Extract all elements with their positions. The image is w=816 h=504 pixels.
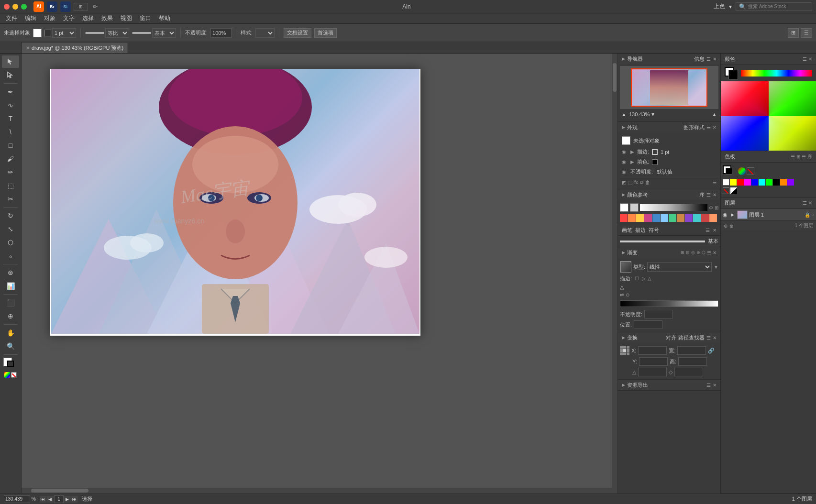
gradient-menu[interactable]: ☰: [707, 250, 711, 255]
swatch-spectrum-icon[interactable]: [738, 167, 746, 175]
cr-s7[interactable]: [669, 214, 676, 222]
bg-color-box[interactable]: [728, 70, 738, 79]
layer-visibility-icon[interactable]: ◉: [723, 212, 729, 218]
fill-arrow[interactable]: ▶: [630, 159, 635, 164]
ai-icon[interactable]: Ai: [33, 1, 44, 12]
minimize-button[interactable]: [12, 4, 18, 10]
layers-menu-icon[interactable]: ☰: [803, 200, 807, 206]
appearance-menu-icon[interactable]: ☰: [706, 125, 711, 130]
opacity-eye-icon[interactable]: ◉: [622, 169, 629, 175]
gradient-collapse[interactable]: ▶: [622, 250, 625, 255]
layer-name[interactable]: 图层 1: [749, 211, 803, 219]
reverse-icon[interactable]: ⇄: [620, 292, 624, 297]
appearance-panel-header[interactable]: ▶ 外观 图形样式 ☰ ✕: [618, 122, 720, 132]
swatches-menu[interactable]: ☰: [802, 154, 806, 159]
sw-white[interactable]: [723, 179, 729, 186]
new-layer-icon[interactable]: ⊕: [724, 223, 728, 229]
width-tool[interactable]: ⬦: [2, 250, 19, 262]
stroke-weight-select[interactable]: 1 pt: [52, 28, 76, 38]
fill-eye-icon[interactable]: ◉: [622, 159, 629, 164]
gradient-expand[interactable]: ▼: [714, 264, 718, 270]
cr-swatch-gray[interactable]: [630, 203, 639, 212]
color-spectrum-area[interactable]: [721, 81, 816, 151]
gradient-action-2[interactable]: ⊟: [686, 250, 690, 255]
cr-s9[interactable]: [685, 214, 693, 222]
cr-s10[interactable]: [693, 214, 701, 222]
sw-purple[interactable]: [787, 179, 794, 186]
menu-edit[interactable]: 编辑: [21, 13, 40, 23]
gradient-bar[interactable]: [620, 300, 718, 307]
document-tab[interactable]: ✕ draw.jpg* @ 130.43% (RGB/GPU 预览): [22, 43, 128, 53]
brushes-close[interactable]: ✕: [713, 228, 717, 233]
cr-s4[interactable]: [644, 214, 652, 222]
color-ref-close[interactable]: ✕: [713, 192, 717, 197]
gs-icon3[interactable]: △: [648, 276, 651, 281]
layer-expand-icon[interactable]: ▶: [731, 212, 736, 217]
vertical-scrollbar-thumb[interactable]: [613, 63, 617, 92]
stroke-arrow[interactable]: ▶: [630, 149, 635, 154]
transform-close[interactable]: ✕: [713, 335, 717, 340]
dither-icon[interactable]: ⊙: [626, 292, 629, 297]
zoom-tool[interactable]: 🔍: [2, 340, 19, 352]
sw-red[interactable]: [737, 179, 744, 186]
base-select[interactable]: 基本: [152, 28, 176, 38]
line-tool[interactable]: \: [2, 126, 19, 138]
layers-close-icon[interactable]: ✕: [808, 200, 812, 206]
color-spectrum-bar[interactable]: [741, 70, 812, 77]
navigator-tab2[interactable]: 信息 ☰ ✕: [694, 55, 717, 63]
menu-view[interactable]: 视图: [117, 13, 136, 23]
sw-cyan[interactable]: [759, 179, 765, 186]
brushes-menu[interactable]: ☰: [706, 228, 710, 233]
search-bar[interactable]: 🔍 搜索 Adobe Stock: [736, 2, 812, 11]
line-style-bar[interactable]: [85, 32, 104, 34]
output-panel-header[interactable]: ▶ 资源导出 ☰ ✕: [618, 380, 720, 390]
gradient-action-4[interactable]: ⊕: [696, 250, 700, 255]
eraser-tool[interactable]: ⬚: [2, 179, 19, 192]
horizontal-scrollbar[interactable]: [22, 488, 618, 493]
gradient-action-5[interactable]: ⬡: [702, 250, 706, 255]
next-page-btn[interactable]: ▶: [64, 496, 71, 503]
stroke-color-box[interactable]: [7, 361, 14, 367]
color-mode-icon[interactable]: [4, 372, 10, 378]
paintbrush-tool[interactable]: 🖌: [2, 153, 19, 165]
menu-help[interactable]: 帮助: [155, 13, 174, 23]
hand-tool[interactable]: ✋: [2, 327, 19, 339]
menu-window[interactable]: 窗口: [136, 13, 155, 23]
pen-tool[interactable]: ✒: [2, 86, 19, 98]
output-collapse[interactable]: ▶: [622, 383, 625, 387]
none-icon[interactable]: [11, 372, 17, 378]
seq-label[interactable]: 序: [699, 191, 705, 198]
sw-none[interactable]: [723, 187, 729, 194]
scale-tool[interactable]: ⤡: [2, 223, 19, 235]
menu-effect[interactable]: 效果: [98, 13, 117, 23]
gradient-panel-header[interactable]: ▶ 渐变 ⊞ ⊟ ◎ ⊕ ⬡ ☰ ✕: [618, 247, 720, 258]
swatches-list-icon[interactable]: ☰: [791, 154, 795, 159]
cr-s5[interactable]: [652, 214, 660, 222]
x-input[interactable]: [638, 346, 667, 355]
cr-s1[interactable]: [620, 214, 628, 222]
navigator-panel-header[interactable]: ▶ 导航器 信息 ☰ ✕: [618, 54, 720, 64]
gradient-type-select[interactable]: 线性 径向: [647, 262, 712, 272]
cr-edit-icon[interactable]: ⚙: [709, 205, 713, 210]
pathfinder-tab[interactable]: 路径查找器: [678, 334, 705, 341]
sw-magenta[interactable]: [744, 179, 751, 186]
select-tool[interactable]: [2, 55, 19, 68]
transform-reference-grid[interactable]: [620, 346, 629, 355]
transform-collapse[interactable]: ▶: [622, 335, 625, 340]
w-input[interactable]: [677, 346, 706, 355]
last-page-btn[interactable]: ⏭: [71, 496, 78, 503]
sw-black[interactable]: [773, 179, 780, 186]
navigator-viewport-rect[interactable]: [631, 68, 707, 107]
br-icon[interactable]: Br: [47, 1, 57, 12]
angle-input[interactable]: [638, 368, 667, 376]
base-style-bar[interactable]: [132, 32, 151, 34]
gradient-opacity-input[interactable]: [644, 310, 673, 318]
brushes-tab[interactable]: 画笔: [622, 227, 632, 234]
symbol-tab[interactable]: 符号: [649, 227, 659, 234]
sw-orange[interactable]: [780, 179, 787, 186]
add-new-stroke-icon[interactable]: ⬚: [628, 180, 632, 186]
shear-input[interactable]: [674, 368, 703, 376]
add-new-fill-icon[interactable]: ◩: [622, 180, 626, 186]
menu-object[interactable]: 对象: [40, 13, 59, 23]
stroke-swatch-icon[interactable]: [44, 30, 51, 36]
